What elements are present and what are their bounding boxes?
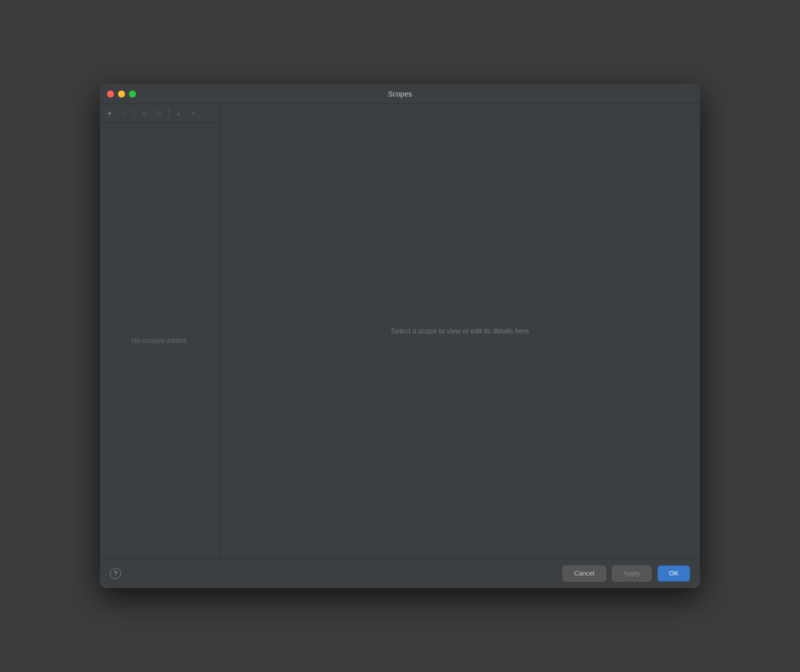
help-button[interactable]: ? bbox=[110, 568, 121, 579]
chevron-up-icon: ▲ bbox=[176, 110, 182, 116]
toolbar-divider-1 bbox=[134, 109, 134, 118]
content-placeholder-text: Select a scope to view or edit its detai… bbox=[391, 327, 529, 335]
move-down-button[interactable]: ▼ bbox=[187, 107, 200, 120]
maximize-button[interactable] bbox=[129, 90, 136, 98]
sidebar-toolbar: + − ⧉ ⊡ ▲ ▼ bbox=[100, 104, 220, 123]
minus-icon: − bbox=[122, 109, 126, 118]
titlebar: Scopes bbox=[100, 84, 700, 104]
bottombar: ? Cancel Apply OK bbox=[100, 558, 700, 588]
copy-icon: ⧉ bbox=[142, 110, 146, 118]
copy-scope-button[interactable]: ⧉ bbox=[138, 107, 150, 120]
cancel-button[interactable]: Cancel bbox=[562, 566, 606, 582]
ok-button[interactable]: OK bbox=[658, 566, 690, 582]
main-content: + − ⧉ ⊡ ▲ ▼ bbox=[100, 104, 700, 558]
no-scopes-label: No scopes added. bbox=[122, 326, 198, 354]
save-scope-button[interactable]: ⊡ bbox=[152, 107, 166, 120]
scopes-window: Scopes + − ⧉ ⊡ bbox=[100, 84, 700, 588]
bottom-actions: Cancel Apply OK bbox=[562, 566, 690, 582]
minimize-button[interactable] bbox=[118, 90, 125, 98]
remove-scope-button[interactable]: − bbox=[118, 107, 131, 120]
question-mark-icon: ? bbox=[114, 570, 117, 577]
plus-icon: + bbox=[107, 109, 112, 118]
apply-button[interactable]: Apply bbox=[612, 566, 652, 582]
traffic-lights bbox=[107, 90, 136, 98]
save-icon: ⊡ bbox=[156, 110, 162, 117]
scope-list: No scopes added. bbox=[100, 123, 220, 558]
scope-detail-area: Select a scope to view or edit its detai… bbox=[220, 104, 700, 558]
toolbar-divider-2 bbox=[168, 109, 169, 118]
chevron-down-icon: ▼ bbox=[191, 110, 196, 116]
add-scope-button[interactable]: + bbox=[103, 107, 116, 120]
move-up-button[interactable]: ▲ bbox=[172, 107, 185, 120]
sidebar: + − ⧉ ⊡ ▲ ▼ bbox=[100, 104, 220, 558]
close-button[interactable] bbox=[107, 90, 114, 98]
window-title: Scopes bbox=[388, 90, 412, 98]
